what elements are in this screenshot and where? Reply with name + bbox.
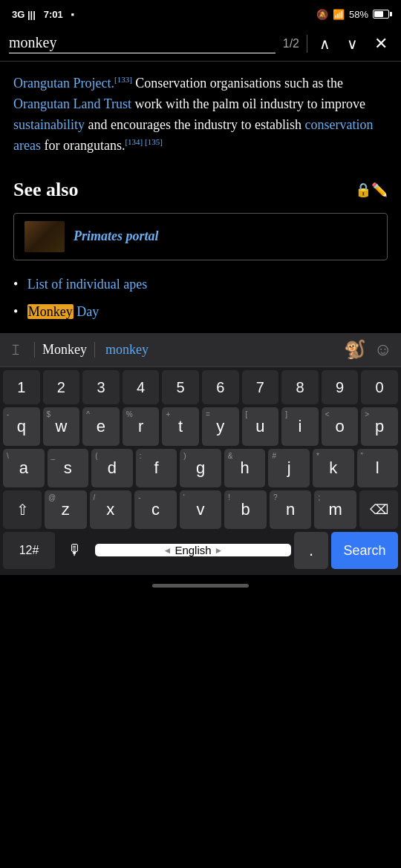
key-m[interactable]: ;m [314,490,356,529]
language-selector: ◄ English ► [163,544,224,556]
keyboard-area: 𝙸 Monkey monkey 🐒 ☺ 1 2 3 4 5 6 7 8 9 0 … [0,333,401,575]
status-signal-time: 3G ||| 7:01 ▪ [12,9,74,20]
key-x[interactable]: /x [90,490,132,529]
search-next-button[interactable]: ∨ [342,33,362,54]
key-w[interactable]: $w [43,407,80,446]
space-key[interactable]: ◄ English ► [95,544,291,556]
key-3[interactable]: 3 [82,370,120,404]
key-o[interactable]: <o [322,407,359,446]
ref-133: [133] [114,75,132,84]
battery-icon [373,10,389,19]
suggestion-bar: 𝙸 Monkey monkey 🐒 ☺ [0,333,401,367]
key-d[interactable]: (d [91,449,133,487]
language-label: English [175,544,211,556]
key-8[interactable]: 8 [281,370,319,404]
key-1[interactable]: 1 [3,370,40,404]
shift-key[interactable]: ⇧ [3,490,42,529]
suggestion-monkey-cap[interactable]: Monkey [34,342,95,358]
zxcv-row: ⇧ @z /x -c 'v !b ?n ;m ⌫ [0,487,401,529]
key-b[interactable]: !b [224,490,267,529]
key-j[interactable]: #j [268,449,310,487]
lang-left-arrow: ◄ [163,545,172,556]
key-7[interactable]: 7 [242,370,279,404]
key-q[interactable]: -q [3,407,40,446]
key-u[interactable]: [u [242,407,279,446]
sustainability-link[interactable]: sustainability [13,117,85,132]
asdf-row: \a _s (d :f )g &h #j *k "l [0,446,401,487]
primates-portal-box[interactable]: Primates portal [13,213,388,260]
portal-thumbnail [25,221,65,252]
key-z[interactable]: @z [45,490,87,529]
qwerty-row: -q $w ^e %r +t =y [u ]i <o >p [0,404,401,446]
search-prev-button[interactable]: ∧ [315,33,335,54]
sim-icon: ▪ [71,9,75,20]
mic-icon: 🎙 [68,542,82,559]
bullet-icon: • [13,304,18,319]
monkey-day-link[interactable]: Day [76,304,99,319]
number-hash-label: 12# [19,545,39,556]
monkey-emoji[interactable]: 🐒 [339,339,371,360]
search-divider [307,35,307,53]
lang-right-arrow: ► [215,545,224,556]
key-h[interactable]: &h [224,449,266,487]
key-0[interactable]: 0 [361,370,398,404]
see-also-title: See also [13,179,78,201]
search-close-button[interactable]: ✕ [370,33,392,55]
key-r[interactable]: %r [123,407,160,446]
key-2[interactable]: 2 [43,370,80,404]
wifi-icon: 📶 [333,9,345,20]
key-g[interactable]: )g [180,449,221,487]
key-i[interactable]: ]i [281,407,319,446]
key-n[interactable]: ?n [270,490,312,529]
see-also-section: See also 🔒✏️ Primates portal • List of i… [0,171,401,333]
see-also-header: See also 🔒✏️ [13,179,388,201]
battery-percent: 58% [349,9,368,20]
article-paragraph: Orangutan Project.[133] Conservation org… [13,73,388,157]
search-input-wrap[interactable]: monkey [9,34,276,53]
search-counter: 1/2 [283,37,299,50]
list-item: • Monkey Day [13,298,388,326]
key-l[interactable]: "l [357,449,399,487]
search-key[interactable]: Search [331,532,398,569]
lock-edit-icon[interactable]: 🔒✏️ [355,182,388,198]
search-query-text: monkey [9,34,56,50]
list-item: • List of individual apes [13,271,388,298]
orangutan-project-link[interactable]: Orangutan Project. [13,76,114,91]
key-f[interactable]: :f [136,449,177,487]
ref-135: [135] [143,137,163,146]
primates-portal-link[interactable]: Primates portal [74,228,159,244]
list-individual-apes-link[interactable]: List of individual apes [27,277,147,292]
shift-icon: ⇧ [16,501,29,519]
key-t[interactable]: +t [162,407,199,446]
signal-icon: 3G ||| [12,9,36,20]
backspace-key[interactable]: ⌫ [359,490,398,529]
key-k[interactable]: *k [313,449,354,487]
time-display: 7:01 [44,9,63,20]
bottom-row: 12# 🎙 ◄ English ► . Search [0,529,401,575]
key-9[interactable]: 9 [322,370,359,404]
number-hash-key[interactable]: 12# [3,532,55,569]
suggestion-monkey-lower[interactable]: monkey [95,342,159,358]
backspace-icon: ⌫ [370,502,388,518]
key-5[interactable]: 5 [162,370,199,404]
key-c[interactable]: -c [134,490,177,529]
key-a[interactable]: \a [3,449,45,487]
home-indicator [0,575,401,597]
number-row: 1 2 3 4 5 6 7 8 9 0 [0,367,401,404]
ref-134: [134] [125,137,143,146]
key-e[interactable]: ^e [82,407,120,446]
space-key-wrap: ◄ English ► [95,544,291,556]
key-4[interactable]: 4 [123,370,160,404]
key-6[interactable]: 6 [202,370,239,404]
dot-key[interactable]: . [294,532,328,569]
orangutan-land-trust-link[interactable]: Orangutan Land Trust [13,96,131,111]
smiley-icon[interactable]: ☺ [371,340,395,360]
key-s[interactable]: _s [48,449,89,487]
monkey-highlight: Monkey [27,304,74,319]
key-p[interactable]: >p [361,407,398,446]
bullet-icon: • [13,277,18,292]
key-y[interactable]: =y [202,407,239,446]
key-v[interactable]: 'v [180,490,222,529]
cursor-icon: 𝙸 [6,341,25,358]
mic-key[interactable]: 🎙 [58,532,92,569]
